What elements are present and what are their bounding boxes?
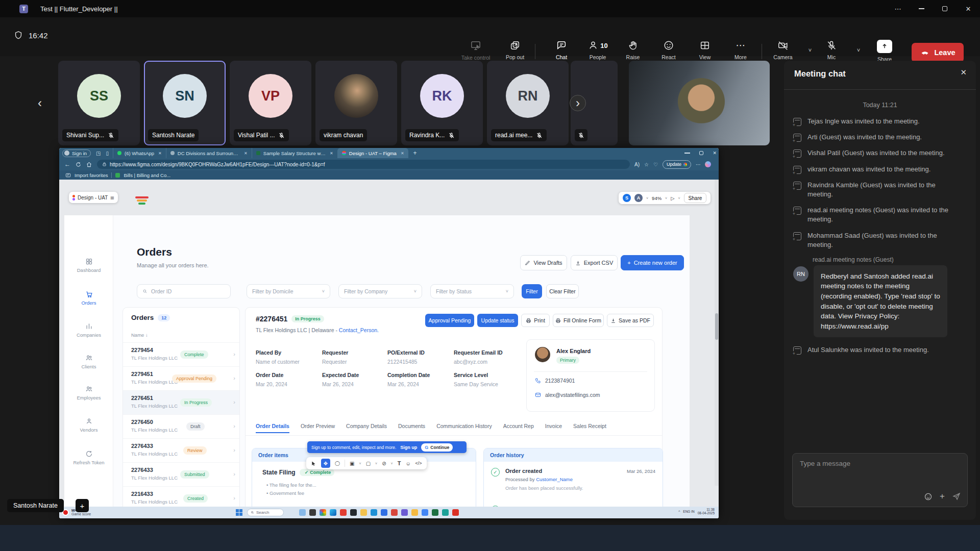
attach-plus-icon[interactable]: +: [940, 491, 945, 502]
code-tool-icon[interactable]: </>: [415, 461, 422, 466]
tab-documents[interactable]: Documents: [398, 423, 425, 433]
workspaces-icon[interactable]: ◳: [96, 151, 101, 156]
browser-minimize-icon[interactable]: [684, 153, 690, 154]
reload-icon[interactable]: [76, 162, 81, 167]
browser-tab[interactable]: (6) WhatsApp✕: [113, 148, 166, 158]
print-button[interactable]: Print: [521, 314, 550, 327]
update-status-button[interactable]: Update status: [477, 314, 518, 327]
copilot-icon[interactable]: [705, 161, 711, 167]
shared-search-box[interactable]: Search: [247, 509, 284, 516]
export-csv-button[interactable]: Export CSV: [571, 255, 618, 270]
order-row[interactable]: 2276450TL Flex Holdings LLCDraft›: [123, 414, 240, 438]
bookmark-bills[interactable]: Bills | Billing and Co...: [124, 172, 170, 178]
browser-close-icon[interactable]: ✕: [713, 151, 717, 156]
order-row[interactable]: 2276433TL Flex Holdings LLCReview›: [123, 438, 240, 462]
new-tab-icon[interactable]: +: [413, 149, 417, 157]
clear-filter-button[interactable]: Clear Filter: [546, 284, 579, 298]
comment-tool-icon[interactable]: ◯: [335, 461, 340, 466]
maximize-button[interactable]: [933, 0, 957, 17]
order-row[interactable]: 2279454TL Flex Holdings LLCComplete›: [123, 342, 240, 366]
sidebar-item-vendors[interactable]: Vendors: [64, 417, 113, 433]
present-icon[interactable]: ▷: [671, 195, 674, 201]
back-icon[interactable]: ←: [64, 161, 70, 168]
google-continue-button[interactable]: GContinue: [421, 443, 453, 452]
send-icon[interactable]: [952, 492, 961, 501]
text-tool-icon[interactable]: T: [398, 460, 401, 466]
chat-input[interactable]: [800, 460, 953, 467]
chat-close-icon[interactable]: ✕: [960, 68, 967, 77]
tiles-scroll-left-icon[interactable]: ‹: [32, 95, 48, 111]
browser-essentials-icon[interactable]: ♡: [653, 162, 658, 167]
emoji-icon[interactable]: [924, 492, 933, 501]
tab-account-rep[interactable]: Account Rep: [503, 423, 534, 433]
browser-tab-active[interactable]: Design - UAT – Figma✕: [337, 148, 408, 158]
browser-maximize-icon[interactable]: [699, 151, 703, 155]
video-tile-spotlight[interactable]: [629, 61, 770, 145]
bookmark-import[interactable]: Import favorites: [75, 172, 108, 178]
zoom-level[interactable]: 94%: [652, 195, 662, 201]
favorites-star-icon[interactable]: ☆: [644, 162, 649, 167]
video-tile[interactable]: RK Ravindra K...: [401, 61, 483, 145]
collaborator-avatar[interactable]: S: [623, 194, 631, 202]
figma-share-button[interactable]: Share: [684, 193, 707, 203]
filter-status-select[interactable]: Filter by Status˅: [430, 284, 514, 298]
figma-menu-icon[interactable]: [72, 195, 75, 201]
tab-invoice[interactable]: Invoice: [545, 423, 562, 433]
create-new-order-button[interactable]: +Create new order: [621, 255, 684, 270]
start-icon[interactable]: [236, 509, 242, 516]
sign-up-button[interactable]: Sign up: [400, 445, 417, 450]
video-tile[interactable]: SS Shivani Sup...: [58, 61, 140, 145]
cursor-tool-icon[interactable]: [311, 461, 316, 466]
sidebar-item-orders[interactable]: Orders: [64, 290, 113, 306]
shape-tool-icon[interactable]: ▢: [366, 461, 371, 466]
update-button[interactable]: Update: [663, 160, 691, 169]
tab-communication-history[interactable]: Communication History: [436, 423, 492, 433]
hand-tool-icon[interactable]: ✥: [321, 459, 330, 468]
add-tile-button[interactable]: +: [76, 499, 89, 512]
tiles-scroll-right-icon[interactable]: ›: [570, 95, 586, 111]
order-row[interactable]: 2276433TL Flex Holdings LLCSubmitted›: [123, 462, 240, 486]
view-drafts-button[interactable]: View Drafts: [520, 255, 567, 270]
browser-tab[interactable]: DC Divisions and Surroundings✕: [166, 148, 252, 158]
browser-profile-button[interactable]: Sign in: [62, 149, 91, 157]
home-icon[interactable]: [86, 162, 92, 167]
video-tile-active[interactable]: SN Santosh Narate: [144, 61, 226, 145]
contact-email[interactable]: alex@vstatefilings.com: [535, 392, 600, 398]
contact-phone[interactable]: 2123874901: [535, 378, 575, 384]
order-row-selected[interactable]: 2276451TL Flex Holdings LLCIn Progress›: [123, 390, 240, 414]
vertical-tabs-icon[interactable]: ▯: [106, 151, 109, 156]
filter-button[interactable]: Filter: [522, 284, 542, 298]
window-options-icon[interactable]: ⋯: [886, 0, 910, 17]
leave-button[interactable]: Leave: [912, 43, 964, 62]
collaborator-avatar[interactable]: A: [634, 194, 643, 202]
shared-taskbar-apps[interactable]: [299, 509, 459, 516]
layout-grid-icon[interactable]: ▦: [110, 195, 114, 200]
filter-domicile-select[interactable]: Filter by Domicile˅: [247, 284, 330, 298]
browser-scrollbar[interactable]: [715, 180, 719, 486]
close-button[interactable]: ✕: [957, 0, 980, 17]
order-row[interactable]: 2279451TL Flex Holdings LLCApproval Pend…: [123, 366, 240, 390]
scrollbar-thumb[interactable]: [715, 313, 718, 340]
connector-tool-icon[interactable]: ⊘: [382, 461, 386, 466]
emoji-tool-icon[interactable]: ☺: [405, 461, 410, 466]
shared-system-tray[interactable]: ^ ENG IN 11:3808-04-2025: [678, 508, 715, 515]
figma-file-name[interactable]: Design - UAT: [78, 195, 108, 201]
tab-order-details[interactable]: Order Details: [256, 423, 289, 433]
video-tile-camera-on[interactable]: vikram chavan: [315, 61, 397, 145]
video-tile[interactable]: RN read.ai mee...: [487, 61, 569, 145]
save-as-pdf-button[interactable]: Save as PDF: [607, 314, 654, 327]
order-id-search-input[interactable]: Order ID: [137, 284, 231, 298]
sidebar-item-refresh-token[interactable]: Refresh Token: [64, 450, 113, 465]
frame-tool-icon[interactable]: ▣: [350, 461, 354, 466]
sidebar-item-companies[interactable]: Companies: [64, 322, 113, 338]
approval-pending-button[interactable]: Approval Pending: [425, 314, 474, 327]
browser-tab[interactable]: Sample Salary Structure with calc✕: [252, 148, 337, 158]
camera-options-chevron-icon[interactable]: ˅: [805, 44, 815, 56]
minimize-button[interactable]: [910, 0, 933, 17]
fill-online-form-button[interactable]: Fill Online Form: [553, 314, 604, 327]
read-aloud-icon[interactable]: A): [634, 162, 640, 167]
tab-sales-receipt[interactable]: Sales Receipt: [573, 423, 606, 433]
sidebar-item-clients[interactable]: Clients: [64, 354, 113, 369]
tab-company-details[interactable]: Company Details: [346, 423, 387, 433]
chat-input-box[interactable]: +: [792, 453, 968, 507]
